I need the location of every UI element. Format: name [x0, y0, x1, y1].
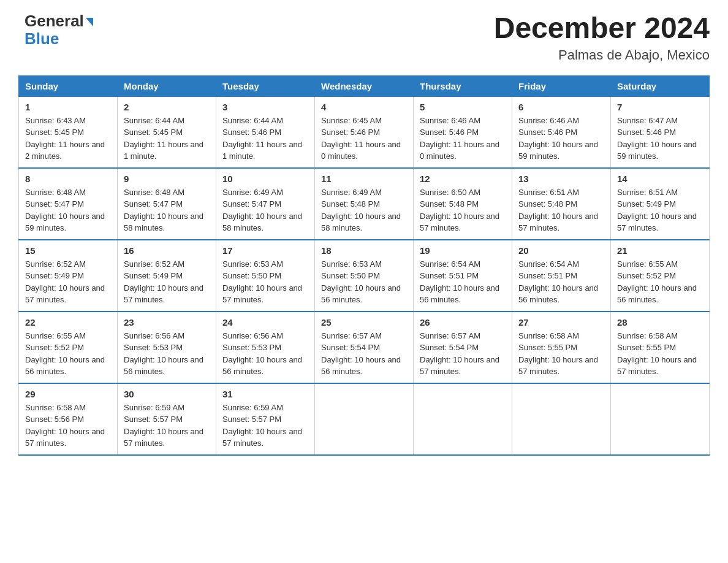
- calendar-cell: 26Sunrise: 6:57 AMSunset: 5:54 PMDayligh…: [414, 312, 512, 383]
- day-number: 3: [222, 102, 308, 112]
- header-friday: Friday: [512, 75, 611, 96]
- day-number: 8: [25, 174, 111, 184]
- calendar-week-row: 15Sunrise: 6:52 AMSunset: 5:49 PMDayligh…: [19, 240, 710, 312]
- calendar-cell: 4Sunrise: 6:45 AMSunset: 5:46 PMDaylight…: [315, 96, 414, 168]
- day-number: 2: [124, 102, 210, 112]
- day-info: Sunrise: 6:58 AMSunset: 5:55 PMDaylight:…: [617, 330, 703, 378]
- day-info: Sunrise: 6:45 AMSunset: 5:46 PMDaylight:…: [321, 115, 407, 163]
- day-info: Sunrise: 6:56 AMSunset: 5:53 PMDaylight:…: [222, 330, 308, 378]
- calendar-cell: 3Sunrise: 6:44 AMSunset: 5:46 PMDaylight…: [216, 96, 315, 168]
- header-monday: Monday: [118, 75, 216, 96]
- day-number: 23: [124, 317, 210, 327]
- calendar-cell: 30Sunrise: 6:59 AMSunset: 5:57 PMDayligh…: [118, 383, 216, 455]
- day-number: 13: [518, 174, 604, 184]
- day-info: Sunrise: 6:58 AMSunset: 5:55 PMDaylight:…: [518, 330, 604, 378]
- calendar-cell: 12Sunrise: 6:50 AMSunset: 5:48 PMDayligh…: [414, 168, 512, 240]
- day-number: 25: [321, 317, 407, 327]
- calendar-cell: 29Sunrise: 6:58 AMSunset: 5:56 PMDayligh…: [19, 383, 118, 455]
- day-info: Sunrise: 6:55 AMSunset: 5:52 PMDaylight:…: [25, 330, 111, 378]
- day-info: Sunrise: 6:53 AMSunset: 5:50 PMDaylight:…: [321, 258, 407, 306]
- day-info: Sunrise: 6:50 AMSunset: 5:48 PMDaylight:…: [420, 186, 506, 234]
- calendar-cell: 25Sunrise: 6:57 AMSunset: 5:54 PMDayligh…: [315, 312, 414, 383]
- day-info: Sunrise: 6:58 AMSunset: 5:56 PMDaylight:…: [25, 402, 111, 450]
- day-info: Sunrise: 6:48 AMSunset: 5:47 PMDaylight:…: [25, 186, 111, 234]
- calendar-cell: 18Sunrise: 6:53 AMSunset: 5:50 PMDayligh…: [315, 240, 414, 312]
- day-number: 6: [518, 102, 604, 112]
- header-wednesday: Wednesday: [315, 75, 414, 96]
- calendar-cell: 24Sunrise: 6:56 AMSunset: 5:53 PMDayligh…: [216, 312, 315, 383]
- day-number: 9: [124, 174, 210, 184]
- calendar-cell: 2Sunrise: 6:44 AMSunset: 5:45 PMDaylight…: [118, 96, 216, 168]
- calendar-cell: 14Sunrise: 6:51 AMSunset: 5:49 PMDayligh…: [611, 168, 710, 240]
- calendar-cell: 1Sunrise: 6:43 AMSunset: 5:45 PMDaylight…: [19, 96, 118, 168]
- calendar-cell: 13Sunrise: 6:51 AMSunset: 5:48 PMDayligh…: [512, 168, 611, 240]
- day-number: 15: [25, 245, 111, 256]
- calendar-cell: [315, 383, 414, 455]
- day-info: Sunrise: 6:44 AMSunset: 5:45 PMDaylight:…: [124, 115, 210, 163]
- day-number: 27: [518, 317, 604, 327]
- calendar-cell: 6Sunrise: 6:46 AMSunset: 5:46 PMDaylight…: [512, 96, 611, 168]
- day-number: 14: [617, 174, 703, 184]
- day-info: Sunrise: 6:51 AMSunset: 5:49 PMDaylight:…: [617, 186, 703, 234]
- calendar-cell: 21Sunrise: 6:55 AMSunset: 5:52 PMDayligh…: [611, 240, 710, 312]
- day-number: 19: [420, 245, 506, 256]
- day-number: 5: [420, 102, 506, 112]
- calendar-week-row: 29Sunrise: 6:58 AMSunset: 5:56 PMDayligh…: [19, 383, 710, 455]
- calendar-week-row: 8Sunrise: 6:48 AMSunset: 5:47 PMDaylight…: [19, 168, 710, 240]
- day-number: 22: [25, 317, 111, 327]
- day-info: Sunrise: 6:52 AMSunset: 5:49 PMDaylight:…: [25, 258, 111, 306]
- calendar-cell: 28Sunrise: 6:58 AMSunset: 5:55 PMDayligh…: [611, 312, 710, 383]
- day-number: 18: [321, 245, 407, 256]
- day-number: 11: [321, 174, 407, 184]
- calendar-cell: 27Sunrise: 6:58 AMSunset: 5:55 PMDayligh…: [512, 312, 611, 383]
- day-info: Sunrise: 6:44 AMSunset: 5:46 PMDaylight:…: [222, 115, 308, 163]
- page-header: General Blue General Blue December 2024 …: [18, 12, 710, 63]
- calendar-cell: [512, 383, 611, 455]
- day-number: 24: [222, 317, 308, 327]
- calendar-cell: 10Sunrise: 6:49 AMSunset: 5:47 PMDayligh…: [216, 168, 315, 240]
- day-info: Sunrise: 6:49 AMSunset: 5:48 PMDaylight:…: [321, 186, 407, 234]
- month-year-title: December 2024: [494, 12, 710, 45]
- day-info: Sunrise: 6:51 AMSunset: 5:48 PMDaylight:…: [518, 186, 604, 234]
- day-number: 28: [617, 317, 703, 327]
- location-subtitle: Palmas de Abajo, Mexico: [494, 47, 710, 63]
- header-saturday: Saturday: [611, 75, 710, 96]
- day-info: Sunrise: 6:57 AMSunset: 5:54 PMDaylight:…: [420, 330, 506, 378]
- day-number: 30: [124, 389, 210, 399]
- calendar-cell: 8Sunrise: 6:48 AMSunset: 5:47 PMDaylight…: [19, 168, 118, 240]
- calendar-cell: 7Sunrise: 6:47 AMSunset: 5:46 PMDaylight…: [611, 96, 710, 168]
- day-number: 26: [420, 317, 506, 327]
- logo: General Blue General Blue: [18, 12, 93, 47]
- day-info: Sunrise: 6:47 AMSunset: 5:46 PMDaylight:…: [617, 115, 703, 163]
- calendar-cell: 15Sunrise: 6:52 AMSunset: 5:49 PMDayligh…: [19, 240, 118, 312]
- day-info: Sunrise: 6:54 AMSunset: 5:51 PMDaylight:…: [518, 258, 604, 306]
- day-number: 29: [25, 389, 111, 399]
- day-number: 12: [420, 174, 506, 184]
- day-info: Sunrise: 6:56 AMSunset: 5:53 PMDaylight:…: [124, 330, 210, 378]
- header-sunday: Sunday: [19, 75, 118, 96]
- calendar-cell: 20Sunrise: 6:54 AMSunset: 5:51 PMDayligh…: [512, 240, 611, 312]
- calendar-cell: [611, 383, 710, 455]
- day-info: Sunrise: 6:49 AMSunset: 5:47 PMDaylight:…: [222, 186, 308, 234]
- day-info: Sunrise: 6:46 AMSunset: 5:46 PMDaylight:…: [420, 115, 506, 163]
- calendar-cell: [414, 383, 512, 455]
- day-number: 16: [124, 245, 210, 256]
- calendar-cell: 31Sunrise: 6:59 AMSunset: 5:57 PMDayligh…: [216, 383, 315, 455]
- logo-blue-text: Blue: [25, 30, 93, 48]
- calendar-cell: 16Sunrise: 6:52 AMSunset: 5:49 PMDayligh…: [118, 240, 216, 312]
- calendar-week-row: 22Sunrise: 6:55 AMSunset: 5:52 PMDayligh…: [19, 312, 710, 383]
- calendar-cell: 11Sunrise: 6:49 AMSunset: 5:48 PMDayligh…: [315, 168, 414, 240]
- day-info: Sunrise: 6:54 AMSunset: 5:51 PMDaylight:…: [420, 258, 506, 306]
- calendar-cell: 17Sunrise: 6:53 AMSunset: 5:50 PMDayligh…: [216, 240, 315, 312]
- day-number: 17: [222, 245, 308, 256]
- day-info: Sunrise: 6:43 AMSunset: 5:45 PMDaylight:…: [25, 115, 111, 163]
- header-tuesday: Tuesday: [216, 75, 315, 96]
- day-info: Sunrise: 6:59 AMSunset: 5:57 PMDaylight:…: [222, 402, 308, 450]
- calendar-header-row: SundayMondayTuesdayWednesdayThursdayFrid…: [19, 75, 710, 96]
- calendar-cell: 22Sunrise: 6:55 AMSunset: 5:52 PMDayligh…: [19, 312, 118, 383]
- day-number: 31: [222, 389, 308, 399]
- calendar-cell: 23Sunrise: 6:56 AMSunset: 5:53 PMDayligh…: [118, 312, 216, 383]
- day-info: Sunrise: 6:48 AMSunset: 5:47 PMDaylight:…: [124, 186, 210, 234]
- day-number: 4: [321, 102, 407, 112]
- day-info: Sunrise: 6:55 AMSunset: 5:52 PMDaylight:…: [617, 258, 703, 306]
